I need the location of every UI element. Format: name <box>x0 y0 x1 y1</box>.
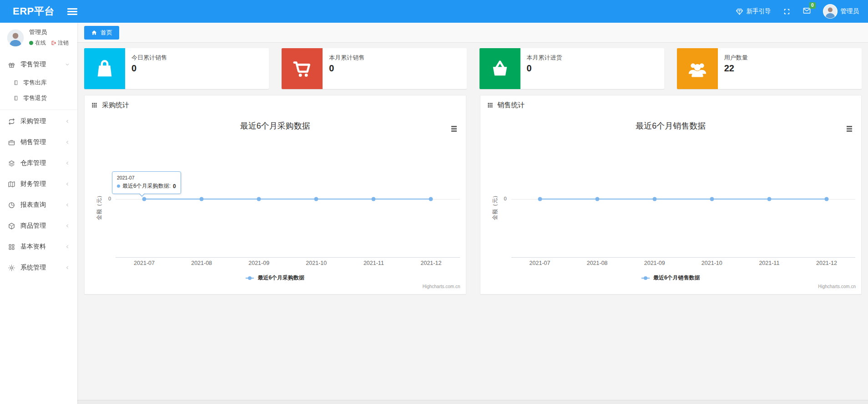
legend-label: 最近6个月采购数据 <box>257 274 304 282</box>
sidebar-item-label: 零售管理 <box>20 60 46 69</box>
chart-title: 最近6个月销售数据 <box>480 120 862 131</box>
sidebar-item-label: 仓库管理 <box>20 159 46 167</box>
data-point-2021-12 <box>429 197 433 201</box>
data-point-2021-11 <box>767 197 771 201</box>
th-grid-icon <box>487 102 494 109</box>
journal-icon <box>13 95 19 101</box>
tooltip-callout-arrow-fill <box>139 193 145 196</box>
stat-card-month-sales[interactable]: 本月累计销售0 <box>282 48 466 89</box>
sidebar-item-goods[interactable]: 商品管理 <box>0 215 77 236</box>
sidebar-group-retail: 零售管理零售出库零售退货 <box>0 54 77 110</box>
sidebar-item-warehouse[interactable]: 仓库管理 <box>0 153 77 174</box>
data-point-2021-07 <box>142 197 146 201</box>
tooltip-category: 2021-07 <box>117 175 176 180</box>
sidebar-item-sales[interactable]: 销售管理 <box>0 132 77 153</box>
panel-purchase-stats: 采购统计 最近6个月采购数据金额（元）02021-072021-082021-0… <box>84 95 466 294</box>
sidebar-subitem-label: 零售出库 <box>23 79 47 87</box>
sidebar-item-finance[interactable]: 财务管理 <box>0 174 77 195</box>
chevron-left-icon <box>65 160 70 166</box>
chart-context-menu-button[interactable] <box>846 125 853 134</box>
sidebar-item-label: 商品管理 <box>20 222 46 230</box>
basket-icon <box>479 48 520 89</box>
data-point-2021-08 <box>595 197 599 201</box>
stat-card-label: 本月累计进货 <box>527 54 562 62</box>
sidebar-item-label: 报表查询 <box>20 201 46 209</box>
stat-card-today-sales[interactable]: 今日累计销售0 <box>84 48 269 89</box>
journal-icon <box>13 80 19 86</box>
x-axis-label: 2021-12 <box>421 260 442 266</box>
tooltip-series-row: 最近6个月采购数据: 0 <box>117 182 176 190</box>
home-icon <box>91 30 97 36</box>
stat-card-label: 用户数量 <box>724 54 748 62</box>
sidebar-item-retail[interactable]: 零售管理 <box>0 54 77 75</box>
sales-chart: 最近6个月销售数据金额（元）02021-072021-082021-092021… <box>480 113 862 294</box>
series-line <box>540 199 827 200</box>
highcharts-credit-link[interactable]: Highcharts.com.cn <box>818 284 856 289</box>
messages-button[interactable]: 0 <box>802 6 811 16</box>
data-point-2021-07 <box>538 197 542 201</box>
sidebar-group-purchase: 采购管理 <box>0 111 77 132</box>
panel-sales-title: 销售统计 <box>498 101 525 110</box>
sidebar-item-label: 系统管理 <box>20 264 46 272</box>
sidebar-item-report[interactable]: 报表查询 <box>0 195 77 215</box>
guide-label: 新手引导 <box>747 7 771 15</box>
pie-chart-icon <box>8 201 15 209</box>
logout-button[interactable]: 注销 <box>50 39 69 47</box>
sidebar-user-name: 管理员 <box>29 28 69 36</box>
chevron-left-icon <box>65 119 70 124</box>
x-axis-label: 2021-12 <box>816 260 837 266</box>
legend-item[interactable]: 最近6个月销售数据 <box>480 274 862 282</box>
panel-purchase-header: 采购统计 <box>85 95 466 113</box>
sidebar-group-finance: 财务管理 <box>0 174 77 195</box>
sidebar-item-retail-return[interactable]: 零售退货 <box>0 90 77 106</box>
sidebar-submenu-retail: 零售出库零售退货 <box>0 75 77 110</box>
x-axis-label: 2021-07 <box>530 260 550 266</box>
y-axis-tick-label: 0 <box>98 196 111 201</box>
data-point-2021-10 <box>314 197 318 201</box>
panel-sales-header: 销售统计 <box>480 95 862 113</box>
stat-card-month-purchase[interactable]: 本月累计进货0 <box>479 48 664 89</box>
repeat-icon <box>8 118 15 125</box>
legend-item[interactable]: 最近6个月采购数据 <box>85 274 466 282</box>
sidebar-item-purchase[interactable]: 采购管理 <box>0 111 77 132</box>
sidebar-item-retail-outbound[interactable]: 零售出库 <box>0 75 77 90</box>
stat-card-value: 0 <box>329 63 364 74</box>
stat-card-user-count[interactable]: 用户数量22 <box>677 48 862 89</box>
x-axis-label: 2021-10 <box>701 260 722 266</box>
sidebar-group-report: 报表查询 <box>0 195 77 215</box>
highcharts-credit-link[interactable]: Highcharts.com.cn <box>423 284 460 289</box>
sidebar-item-label: 财务管理 <box>20 180 46 188</box>
sidebar-avatar[interactable] <box>6 29 25 47</box>
brand-logo[interactable]: ERP平台 <box>0 5 65 18</box>
data-point-2021-10 <box>710 197 714 201</box>
sidebar-toggle-button[interactable] <box>67 7 77 16</box>
shopping-bag-icon <box>84 48 125 89</box>
sidebar-group-system: 系统管理 <box>0 257 77 278</box>
sidebar-item-label: 基本资料 <box>20 243 46 251</box>
gear-icon <box>8 264 15 272</box>
legend-marker-icon <box>246 276 254 280</box>
user-avatar <box>823 4 838 19</box>
series-line <box>144 199 431 200</box>
stat-cards-row: 今日累计销售0本月累计销售0本月累计进货0用户数量22 <box>77 43 868 89</box>
sidebar-item-system[interactable]: 系统管理 <box>0 257 77 278</box>
chevron-left-icon <box>65 265 70 270</box>
user-menu[interactable]: 管理员 <box>823 4 859 19</box>
tooltip-series-label: 最近6个月采购数据: <box>122 182 171 190</box>
th-grid-icon <box>91 102 98 109</box>
sidebar-item-basic[interactable]: 基本资料 <box>0 236 77 257</box>
grid-icon <box>8 243 15 251</box>
data-point-2021-09 <box>652 197 656 201</box>
tab-home[interactable]: 首页 <box>84 26 119 40</box>
fullscreen-button[interactable] <box>783 8 791 15</box>
legend-label: 最近6个月销售数据 <box>653 274 700 282</box>
sidebar-group-sales: 销售管理 <box>0 132 77 153</box>
sidebar-item-label: 采购管理 <box>20 117 46 125</box>
layers-icon <box>8 160 15 167</box>
navbar-right: 新手引导 0 管理员 <box>736 4 868 19</box>
guide-button[interactable]: 新手引导 <box>736 7 771 15</box>
stat-card-label: 今日累计销售 <box>131 54 167 62</box>
sidebar-item-label: 销售管理 <box>20 138 46 146</box>
data-point-2021-12 <box>824 197 828 201</box>
chart-context-menu-button[interactable] <box>450 125 458 134</box>
